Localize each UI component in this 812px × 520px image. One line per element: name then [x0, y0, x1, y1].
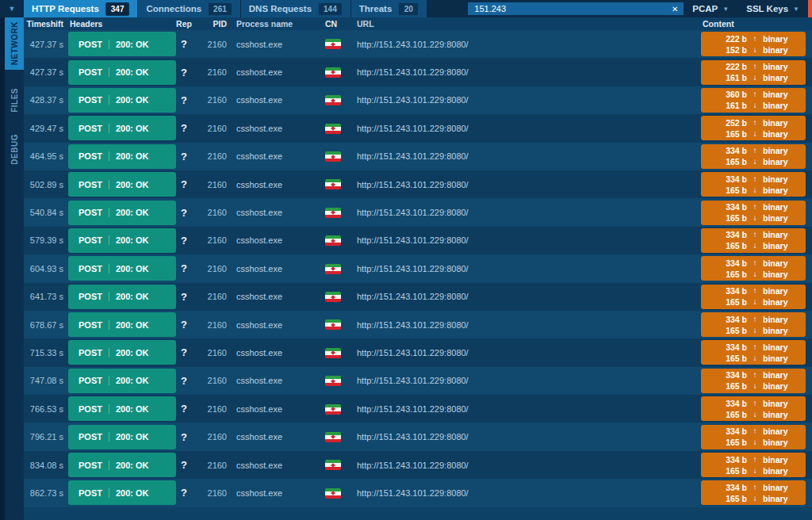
content-badge[interactable]: 252 b ↑ binary 165 b ↓ binary [701, 116, 806, 140]
headers-badge[interactable]: POST 200: OK [68, 453, 176, 477]
headers-badge[interactable]: POST 200: OK [68, 60, 176, 85]
pid-value: 2160 [192, 67, 227, 77]
iran-flag-icon [325, 179, 341, 189]
headers-badge[interactable]: POST 200: OK [68, 396, 176, 421]
content-badge[interactable]: 334 b ↑ binary 165 b ↓ binary [701, 256, 806, 281]
content-badge[interactable]: 334 b ↑ binary 165 b ↓ binary [701, 396, 806, 421]
headers-badge[interactable]: POST 200: OK [68, 340, 176, 365]
tab-http-requests[interactable]: HTTP Requests 347 [24, 0, 137, 17]
reputation-unknown-icon: ? [181, 291, 187, 303]
headers-badge[interactable]: POST 200: OK [68, 32, 176, 56]
clear-search-icon[interactable]: ✕ [666, 5, 684, 13]
http-method: POST [79, 461, 102, 470]
download-arrow-icon: ↓ [747, 380, 763, 392]
download-arrow-icon: ↓ [747, 240, 763, 251]
content-badge[interactable]: 222 b ↑ binary 161 b ↓ binary [701, 60, 806, 85]
headers-badge[interactable]: POST 200: OK [68, 116, 176, 140]
iran-flag-icon [325, 404, 341, 415]
iran-flag-icon [325, 488, 341, 499]
table-row[interactable]: 862.73 s POST 200: OK ? 2160 csshost.exe… [24, 479, 812, 507]
download-arrow-icon: ↓ [747, 493, 763, 504]
sidebar-tab-network[interactable]: NETWORK [5, 17, 24, 70]
headers-badge[interactable]: POST 200: OK [68, 369, 176, 393]
separator [109, 40, 109, 49]
table-row[interactable]: 540.84 s POST 200: OK ? 2160 csshost.exe… [24, 198, 812, 226]
request-url: http://151.243.101.229:8080/ [357, 320, 701, 330]
headers-badge[interactable]: POST 200: OK [68, 285, 176, 309]
content-badge[interactable]: 334 b ↑ binary 165 b ↓ binary [701, 172, 806, 197]
timeshift-value: 796.21 s [24, 432, 63, 442]
table-row[interactable]: 796.21 s POST 200: OK ? 2160 csshost.exe… [24, 422, 812, 450]
sent-size: 334 b [701, 174, 747, 185]
sent-type: binary [763, 89, 806, 100]
table-row[interactable]: 502.89 s POST 200: OK ? 2160 csshost.exe… [24, 170, 812, 198]
headers-badge[interactable]: POST 200: OK [68, 201, 176, 225]
sent-type: binary [763, 426, 806, 437]
timeshift-value: 502.89 s [24, 180, 63, 189]
search-input[interactable] [468, 4, 666, 13]
pid-value: 2160 [192, 292, 227, 301]
content-badge[interactable]: 334 b ↑ binary 165 b ↓ binary [701, 453, 806, 477]
pcap-dropdown[interactable]: PCAP ▼ [684, 0, 737, 17]
collapse-caret-icon[interactable]: ▼ [0, 0, 24, 17]
http-status: 200: OK [116, 432, 149, 442]
table-row[interactable]: 464.95 s POST 200: OK ? 2160 csshost.exe… [24, 143, 812, 170]
content-badge[interactable]: 360 b ↑ binary 161 b ↓ binary [701, 88, 806, 113]
timeshift-value: 862.73 s [24, 488, 63, 498]
table-row[interactable]: 429.47 s POST 200: OK ? 2160 csshost.exe… [24, 114, 812, 142]
content-badge[interactable]: 334 b ↑ binary 165 b ↓ binary [701, 425, 806, 449]
received-size: 165 b [701, 437, 747, 448]
sent-type: binary [763, 369, 806, 380]
table-row[interactable]: 427.37 s POST 200: OK ? 2160 csshost.exe… [24, 58, 812, 86]
headers-badge[interactable]: POST 200: OK [68, 88, 176, 113]
request-url: http://151.243.101.229:8080/ [357, 461, 701, 470]
table-row[interactable]: 715.33 s POST 200: OK ? 2160 csshost.exe… [24, 338, 812, 366]
headers-badge[interactable]: POST 200: OK [68, 256, 176, 281]
headers-badge[interactable]: POST 200: OK [68, 144, 176, 169]
sidebar-tab-debug[interactable]: DEBUG [5, 130, 24, 168]
http-method: POST [79, 180, 102, 189]
table-row[interactable]: 747.08 s POST 200: OK ? 2160 csshost.exe… [24, 367, 812, 395]
request-url: http://151.243.101.229:8080/ [357, 124, 701, 133]
ssl-keys-dropdown[interactable]: SSL Keys ▼ [737, 0, 808, 17]
headers-badge[interactable]: POST 200: OK [68, 425, 176, 449]
table-row[interactable]: 427.37 s POST 200: OK ? 2160 csshost.exe… [24, 30, 812, 58]
tab-dns-requests[interactable]: DNS Requests 144 [241, 0, 350, 17]
table-row[interactable]: 428.37 s POST 200: OK ? 2160 csshost.exe… [24, 86, 812, 114]
tab-connections[interactable]: Connections 261 [138, 0, 239, 17]
table-row[interactable]: 834.08 s POST 200: OK ? 2160 csshost.exe… [24, 451, 812, 479]
content-badge[interactable]: 334 b ↑ binary 165 b ↓ binary [701, 340, 806, 365]
reputation-unknown-icon: ? [181, 122, 187, 134]
http-method: POST [79, 488, 102, 498]
sent-size: 334 b [701, 398, 747, 409]
tab-threats[interactable]: Threats 20 [351, 0, 427, 17]
headers-badge[interactable]: POST 200: OK [68, 228, 176, 253]
content-badge[interactable]: 334 b ↑ binary 165 b ↓ binary [701, 480, 806, 505]
table-row[interactable]: 579.39 s POST 200: OK ? 2160 csshost.exe… [24, 227, 812, 254]
table-row[interactable]: 678.67 s POST 200: OK ? 2160 csshost.exe… [24, 311, 812, 338]
headers-badge[interactable]: POST 200: OK [68, 312, 176, 337]
content-badge[interactable]: 334 b ↑ binary 165 b ↓ binary [701, 144, 806, 169]
download-arrow-icon: ↓ [747, 72, 763, 83]
sidebar-tab-files[interactable]: FILES [5, 81, 24, 119]
table-row[interactable]: 766.53 s POST 200: OK ? 2160 csshost.exe… [24, 395, 812, 422]
content-badge[interactable]: 334 b ↑ binary 165 b ↓ binary [701, 228, 806, 253]
content-badge[interactable]: 222 b ↑ binary 152 b ↓ binary [701, 32, 806, 56]
iran-flag-icon [325, 67, 341, 78]
separator [109, 180, 109, 189]
headers-badge[interactable]: POST 200: OK [68, 480, 176, 505]
received-type: binary [763, 240, 806, 251]
left-sidebar: NETWORK FILES DEBUG [0, 17, 24, 520]
table-row[interactable]: 641.73 s POST 200: OK ? 2160 csshost.exe… [24, 283, 812, 311]
reputation-unknown-icon: ? [181, 94, 187, 106]
pid-value: 2160 [192, 488, 227, 498]
sent-type: binary [763, 454, 806, 465]
headers-badge[interactable]: POST 200: OK [68, 172, 176, 197]
process-name: csshost.exe [236, 320, 316, 330]
content-badge[interactable]: 334 b ↑ binary 165 b ↓ binary [701, 201, 806, 225]
content-badge[interactable]: 334 b ↑ binary 165 b ↓ binary [701, 369, 806, 393]
content-badge[interactable]: 334 b ↑ binary 165 b ↓ binary [701, 285, 806, 309]
content-badge[interactable]: 334 b ↑ binary 165 b ↓ binary [701, 312, 806, 337]
http-status: 200: OK [116, 264, 149, 273]
table-row[interactable]: 604.93 s POST 200: OK ? 2160 csshost.exe… [24, 254, 812, 282]
